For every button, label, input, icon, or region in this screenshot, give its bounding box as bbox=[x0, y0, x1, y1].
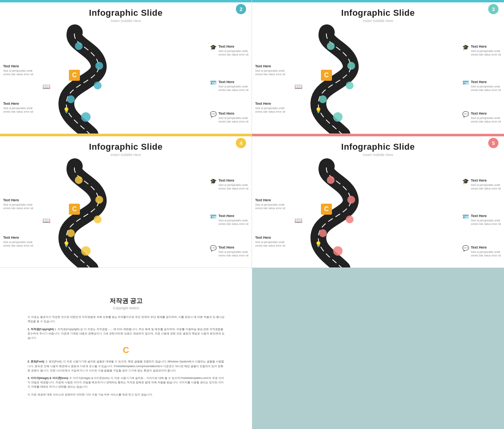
slide-1: 2 Infographic Slide Insert Subtitle Here… bbox=[0, 0, 252, 134]
copyright-inner: 저작권 공고 Copyright Notice 이 자료는 발표자가 작성한 것… bbox=[28, 297, 224, 399]
slide-2: 3 Infographic Slide Insert Subtitle Here… bbox=[252, 0, 504, 134]
left-text-8: Text Here Sed ut perspiciatis unde omnis… bbox=[255, 235, 285, 247]
svg-point-10 bbox=[81, 246, 91, 256]
right-text-12: 💬 Text Here Sed ut perspiciatis unde omn… bbox=[471, 245, 501, 257]
grad-icon-4: 🎓 bbox=[462, 178, 469, 184]
copyright-logo: C bbox=[28, 343, 224, 357]
svg-point-6 bbox=[319, 95, 327, 103]
left-text-2: Text Here Sed ut perspiciatis unde omnis… bbox=[3, 101, 33, 113]
svg-point-7 bbox=[346, 82, 354, 89]
slide-title-1: Infographic Slide bbox=[0, 8, 252, 18]
c-logo-1: C bbox=[69, 70, 80, 81]
slide-subtitle-2: Insert Subtitle Here bbox=[252, 19, 504, 23]
svg-point-13 bbox=[95, 196, 103, 204]
svg-point-18 bbox=[347, 196, 355, 204]
svg-point-8 bbox=[347, 62, 355, 70]
svg-point-16 bbox=[319, 229, 327, 237]
slide-3: 4 Infographic Slide Insert Subtitle Here… bbox=[0, 134, 252, 268]
copyright-para-1: 1. 저작권(Copyright) 1. 저작권(Copyright) 은 이 … bbox=[28, 327, 224, 340]
right-text-2: 🪪 Text Here Sed ut perspiciatis unde omn… bbox=[219, 80, 248, 92]
book-icon-2: 📖 bbox=[295, 83, 302, 90]
right-text-1: 🎓 Text Here Sed ut perspiciatis unde omn… bbox=[219, 44, 248, 56]
slide-body-4: C 📖 Text Here Sed ut perspiciatis unde o… bbox=[252, 158, 504, 267]
slide-badge-1: 2 bbox=[236, 4, 246, 14]
slide-title-4: Infographic Slide bbox=[252, 142, 504, 152]
chat-icon-3: 💬 bbox=[210, 245, 217, 251]
left-text-1: Text Here Sed ut perspiciatis unde omnis… bbox=[3, 64, 33, 76]
slide-body-1: C 📖 Text Here Sed ut perspiciatis unde o… bbox=[0, 24, 252, 134]
bulb-icon-4: 💡 bbox=[315, 241, 322, 247]
slide-badge-3: 4 bbox=[236, 138, 246, 148]
svg-point-2 bbox=[94, 82, 102, 89]
c-logo-3: C bbox=[69, 204, 80, 215]
svg-point-1 bbox=[67, 95, 75, 103]
book-icon-3: 📖 bbox=[43, 217, 50, 224]
svg-point-9 bbox=[327, 42, 335, 50]
road-svg-1 bbox=[39, 24, 142, 134]
grad-icon-3: 🎓 bbox=[210, 178, 217, 184]
copyright-title: 저작권 공고 bbox=[28, 297, 224, 305]
copyright-para-4: 이 자료 제공에 대한 서비스와 관련하여 어떠한 기타 이용 가능 여부 서비… bbox=[28, 392, 224, 397]
copyright-para-2: 2. 폰트(Font): 2. 폰트(Font): 이 자료 사용기기에 설치된… bbox=[28, 359, 224, 373]
chat-icon-4: 💬 bbox=[462, 245, 469, 251]
grad-icon-2: 🎓 bbox=[462, 44, 469, 50]
svg-point-14 bbox=[75, 176, 83, 184]
copyright-subtitle: Copyright Notice bbox=[28, 306, 224, 310]
chat-icon-2: 💬 bbox=[462, 111, 469, 117]
slide-title-3: Infographic Slide bbox=[0, 142, 252, 152]
slide-header-4: Infographic Slide Insert Subtitle Here bbox=[252, 136, 504, 158]
slide-title-2: Infographic Slide bbox=[252, 8, 504, 18]
right-text-6: 💬 Text Here Sed ut perspiciatis unde omn… bbox=[471, 111, 501, 123]
left-text-6: Text Here Sed ut perspiciatis unde omnis… bbox=[3, 235, 33, 247]
slide-body-2: C 📖 Text Here Sed ut perspiciatis unde o… bbox=[252, 24, 504, 134]
slide-header-3: Infographic Slide Insert Subtitle Here bbox=[0, 136, 252, 158]
bulb-icon-2: 💡 bbox=[315, 107, 322, 113]
chat-icon-1: 💬 bbox=[210, 111, 217, 117]
slide-badge-4: 5 bbox=[488, 138, 498, 148]
svg-point-4 bbox=[75, 42, 83, 50]
copyright-para-3: 3. 이미지(Image) & 아이콘(Icon): 3. 이미지(Image)… bbox=[28, 376, 224, 389]
grad-icon-1: 🎓 bbox=[210, 44, 217, 50]
svg-point-19 bbox=[327, 176, 335, 184]
left-text-5: Text Here Sed ut perspiciatis unde omnis… bbox=[3, 198, 33, 210]
svg-point-11 bbox=[67, 229, 75, 237]
id-icon-4: 🪪 bbox=[462, 214, 469, 220]
c-logo-4: C bbox=[321, 204, 332, 215]
svg-point-12 bbox=[94, 215, 102, 223]
right-text-11: 🪪 Text Here Sed ut perspiciatis unde omn… bbox=[471, 214, 501, 226]
bulb-icon-3: 💡 bbox=[63, 241, 70, 247]
svg-point-17 bbox=[346, 215, 354, 223]
slide-subtitle-1: Insert Subtitle Here bbox=[0, 19, 252, 23]
svg-point-3 bbox=[95, 62, 103, 70]
svg-point-5 bbox=[333, 112, 343, 122]
slide-body-3: C 📖 Text Here Sed ut perspiciatis unde o… bbox=[0, 158, 252, 267]
slide-header-2: Infographic Slide Insert Subtitle Here bbox=[252, 2, 504, 24]
right-text-9: 💬 Text Here Sed ut perspiciatis unde omn… bbox=[219, 245, 248, 257]
slide-subtitle-3: Insert Subtitle Here bbox=[0, 153, 252, 157]
slide-header-1: Infographic Slide Insert Subtitle Here bbox=[0, 2, 252, 24]
background-teal-area bbox=[252, 268, 504, 429]
right-text-3: 💬 Text Here Sed ut perspiciatis unde omn… bbox=[219, 111, 248, 123]
right-text-10: 🎓 Text Here Sed ut perspiciatis unde omn… bbox=[471, 178, 501, 190]
svg-point-15 bbox=[333, 246, 343, 256]
right-text-5: 🪪 Text Here Sed ut perspiciatis unde omn… bbox=[471, 80, 501, 92]
right-text-7: 🎓 Text Here Sed ut perspiciatis unde omn… bbox=[219, 178, 248, 190]
id-icon-1: 🪪 bbox=[210, 80, 217, 86]
id-icon-3: 🪪 bbox=[210, 214, 217, 220]
right-text-8: 🪪 Text Here Sed ut perspiciatis unde omn… bbox=[219, 214, 248, 226]
svg-point-0 bbox=[81, 112, 91, 122]
left-text-3: Text Here Sed ut perspiciatis unde omnis… bbox=[255, 64, 285, 76]
bulb-icon-1: 💡 bbox=[63, 107, 70, 113]
road-svg-2 bbox=[291, 24, 394, 134]
copyright-para-0: 이 자료는 발표자가 작성한 것으로 대한민국 저작권법에 의해 보호를 받는 … bbox=[28, 315, 224, 323]
book-icon-4: 📖 bbox=[295, 217, 302, 224]
c-logo-2: C bbox=[321, 70, 332, 81]
left-text-7: Text Here Sed ut perspiciatis unde omnis… bbox=[255, 198, 285, 210]
copyright-slide: 저작권 공고 Copyright Notice 이 자료는 발표자가 작성한 것… bbox=[0, 268, 252, 429]
id-icon-2: 🪪 bbox=[462, 80, 469, 86]
book-icon-1: 📖 bbox=[43, 83, 50, 90]
slide-4: 5 Infographic Slide Insert Subtitle Here… bbox=[252, 134, 504, 268]
left-text-4: Text Here Sed ut perspiciatis unde omnis… bbox=[255, 101, 285, 113]
right-text-4: 🎓 Text Here Sed ut perspiciatis unde omn… bbox=[471, 44, 501, 56]
slide-badge-2: 3 bbox=[488, 4, 498, 14]
